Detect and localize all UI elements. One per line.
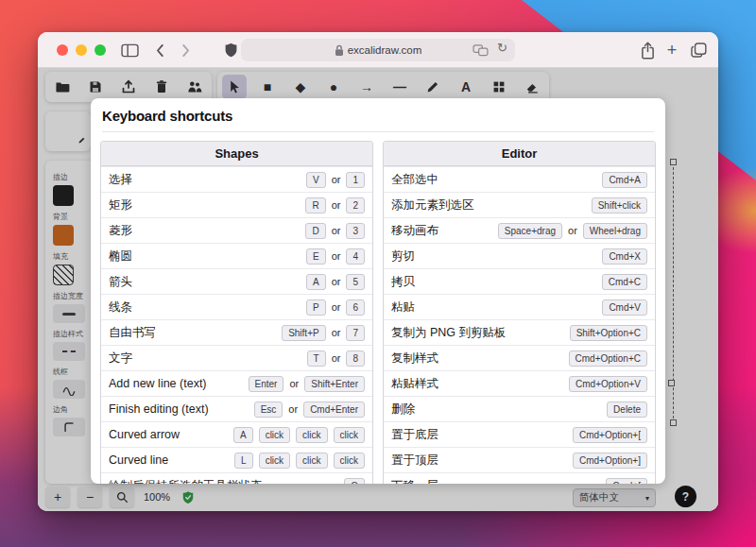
key-badge: Shift+Enter [304, 376, 365, 392]
shortcut-label: Finish editing (text) [109, 402, 249, 416]
key-badge: P [306, 299, 326, 316]
key-badge: Shift+Option+C [570, 325, 647, 341]
or-text: or [332, 250, 341, 262]
key-badge: Cmd+Option+] [573, 453, 647, 469]
shortcut-row: Finish editing (text)EscorCmd+Enter [101, 396, 372, 421]
shortcut-label: 复制为 PNG 到剪贴板 [391, 325, 564, 341]
or-text: or [332, 276, 341, 287]
browser-toolbar: excalidraw.com ↻ + [38, 32, 718, 68]
key-badge: 3 [346, 223, 365, 239]
key-badge: 7 [346, 325, 365, 341]
keyboard-shortcuts-dialog: Keyboard shortcuts Shapes选择Vor1矩形Ror2菱形D… [91, 98, 665, 484]
key-badge: V [306, 172, 326, 188]
shortcut-row: 箭头Aor5 [101, 268, 372, 294]
or-text: or [332, 327, 341, 338]
desktop-wallpaper: excalidraw.com ↻ + ■◆●→—A [0, 0, 756, 547]
or-text: or [289, 378, 299, 389]
key-badge: Q [344, 478, 365, 485]
shortcut-label: Curved line [109, 453, 229, 467]
shortcut-label: 拷贝 [391, 274, 596, 290]
translate-icon[interactable] [472, 43, 489, 60]
url-text: excalidraw.com [348, 44, 422, 56]
lock-icon [335, 44, 344, 57]
key-badge: click [334, 427, 365, 443]
key-badge: click [334, 453, 365, 469]
shortcut-label: 箭头 [109, 274, 301, 290]
shortcut-label: 椭圆 [109, 248, 301, 265]
shortcut-row: 线条Por6 [101, 294, 372, 319]
shortcut-label: 自由书写 [109, 325, 276, 341]
shortcut-row: 复制样式Cmd+Option+C [384, 345, 655, 370]
or-text: or [332, 225, 341, 236]
shortcut-columns: Shapes选择Vor1矩形Ror2菱形Dor3椭圆Eor4箭头Aor5线条Po… [100, 141, 656, 484]
forward-button[interactable] [176, 41, 197, 60]
shortcut-row: 矩形Ror2 [101, 192, 372, 217]
key-badge: A [233, 427, 253, 443]
or-text: or [332, 301, 341, 313]
key-badge: Cmd+Enter [303, 402, 365, 418]
key-badge: Space+drag [498, 223, 562, 239]
shortcut-label: 菱形 [109, 223, 300, 239]
browser-viewport: ■◆●→—A 描边背景填充描边宽度描边样式线框边角 + − [38, 68, 718, 511]
key-badge: Wheel+drag [583, 223, 647, 239]
key-badge: A [306, 274, 326, 290]
shortcut-row: Add new line (text)EnterorShift+Enter [101, 370, 372, 396]
key-badge: click [296, 427, 327, 443]
column-header: Editor [384, 142, 655, 166]
key-badge: Esc [254, 402, 284, 418]
shortcut-column-shapes: Shapes选择Vor1矩形Ror2菱形Dor3椭圆Eor4箭头Aor5线条Po… [100, 141, 373, 484]
shortcut-row: 文字Tor8 [101, 345, 372, 370]
or-text: or [288, 403, 298, 415]
address-bar[interactable]: excalidraw.com ↻ [241, 39, 515, 61]
privacy-report-button[interactable] [220, 41, 241, 60]
chevron-right-icon [181, 43, 191, 58]
shortcut-label: 矩形 [109, 197, 300, 214]
key-badge: Shift+click [592, 197, 647, 214]
or-text: or [332, 199, 341, 211]
key-badge: Cmd+[ [606, 478, 647, 485]
sidebar-toggle-button[interactable] [119, 41, 140, 60]
shortcut-label: 置于底层 [391, 427, 567, 443]
shortcut-label: Add new line (text) [109, 377, 243, 390]
shortcut-row: 粘贴Cmd+V [384, 294, 655, 319]
share-button[interactable] [637, 41, 658, 60]
share-icon [641, 42, 655, 60]
key-badge: R [305, 197, 325, 214]
shortcut-label: 粘贴样式 [391, 376, 563, 392]
shortcut-row: 选择Vor1 [101, 166, 372, 192]
shortcut-label: 选择 [109, 172, 301, 188]
key-badge: Cmd+C [602, 274, 647, 290]
shortcut-row: Curved lineLclickclickclick [101, 447, 372, 472]
shortcut-row: 置于底层Cmd+Option+[ [384, 421, 655, 447]
key-badge: Cmd+A [602, 172, 647, 188]
shortcut-row: 置于顶层Cmd+Option+] [384, 447, 655, 472]
or-text: or [332, 352, 341, 364]
new-tab-button[interactable]: + [662, 41, 682, 60]
key-badge: Cmd+X [602, 248, 647, 265]
tabs-icon [691, 43, 707, 58]
shortcut-label: 复制样式 [391, 350, 563, 367]
fullscreen-window-button[interactable] [94, 44, 106, 56]
key-badge: 4 [346, 248, 365, 265]
close-window-button[interactable] [57, 44, 68, 56]
or-text: or [568, 225, 577, 236]
key-badge: 6 [346, 299, 365, 316]
shortcut-row: Curved arrowAclickclickclick [101, 421, 372, 447]
column-header: Shapes [101, 142, 372, 166]
shortcut-label: 移动画布 [391, 223, 492, 239]
shortcut-label: 置于顶层 [391, 453, 567, 469]
chevron-left-icon [155, 43, 164, 58]
shortcut-row: 下移一层Cmd+[ [384, 472, 655, 484]
key-badge: Enter [249, 376, 284, 392]
back-button[interactable] [149, 41, 170, 60]
key-badge: T [307, 350, 326, 367]
minimize-window-button[interactable] [76, 44, 87, 56]
key-badge: 1 [346, 172, 365, 188]
tab-overview-button[interactable] [688, 41, 709, 60]
reload-button[interactable]: ↻ [497, 41, 507, 55]
dialog-title: Keyboard shortcuts [102, 108, 654, 124]
shortcut-row: 粘贴样式Cmd+Option+V [384, 370, 655, 396]
key-badge: click [259, 427, 290, 443]
shortcut-label: 添加元素到选区 [391, 197, 586, 214]
key-badge: Cmd+Option+C [569, 350, 647, 367]
